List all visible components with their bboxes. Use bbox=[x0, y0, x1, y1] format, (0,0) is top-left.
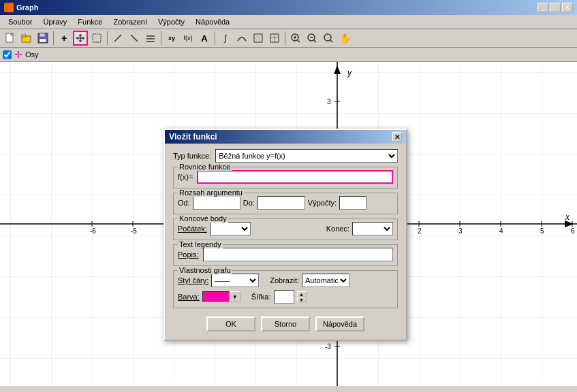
svg-line-35 bbox=[314, 40, 316, 42]
style-label: Styl čáry: bbox=[178, 276, 208, 284]
legend-section-label: Text legendy bbox=[178, 240, 223, 248]
dialog-title-text: Vložit funkci bbox=[169, 132, 217, 142]
range-row: Od: Do: Výpočty: bbox=[178, 196, 393, 210]
display-label: Zobrazit: bbox=[270, 276, 299, 284]
endpoints-row: Počátek: Konec: bbox=[178, 222, 393, 235]
fx-input[interactable] bbox=[197, 170, 393, 184]
zoom-box-button[interactable] bbox=[89, 31, 104, 46]
color-label: Barva: bbox=[178, 293, 200, 301]
equation-row: f(x)= bbox=[178, 170, 393, 184]
maximize-button[interactable]: □ bbox=[550, 3, 561, 12]
new-button[interactable] bbox=[3, 31, 18, 46]
integral-button[interactable]: ∫ bbox=[218, 31, 233, 46]
zoom-fit-button[interactable] bbox=[321, 31, 336, 46]
text-button[interactable]: A bbox=[197, 31, 212, 46]
draw-parallel-button[interactable] bbox=[143, 31, 158, 46]
svg-rect-3 bbox=[22, 35, 26, 37]
axes-checkbox[interactable] bbox=[3, 50, 12, 59]
draw-line2-button[interactable] bbox=[127, 31, 142, 46]
range-group: Rozsah argumentu Od: Do: Výpočty: bbox=[173, 193, 398, 214]
type-select[interactable]: Běžná funkce y=f(x) bbox=[215, 149, 398, 163]
width-down-button[interactable]: ▼ bbox=[297, 297, 307, 302]
color-dropdown-button[interactable]: ▼ bbox=[230, 291, 240, 302]
start-select[interactable] bbox=[210, 222, 251, 235]
svg-line-19 bbox=[131, 35, 138, 42]
svg-line-38 bbox=[330, 40, 332, 42]
type-label: Typ funkce: bbox=[173, 152, 211, 160]
legend-row: Popis: bbox=[178, 248, 393, 261]
window-controls: _ □ ✕ bbox=[537, 3, 573, 12]
app-icon bbox=[4, 3, 14, 12]
svg-line-31 bbox=[298, 40, 300, 42]
display-select[interactable]: Automatic bbox=[302, 274, 349, 287]
help-button[interactable]: Nápověda bbox=[315, 316, 364, 331]
color-swatch bbox=[202, 291, 230, 302]
draw-line-button[interactable] bbox=[110, 31, 125, 46]
desc-label: Popis: bbox=[178, 250, 199, 259]
width-input[interactable]: 11 bbox=[274, 290, 294, 304]
properties-section-label: Vlastnosti grafu bbox=[178, 266, 232, 274]
close-button[interactable]: ✕ bbox=[562, 3, 573, 12]
type-row: Typ funkce: Běžná funkce y=f(x) bbox=[173, 149, 398, 163]
legend-group: Text legendy Popis: bbox=[173, 244, 398, 266]
calc-label: Výpočty: bbox=[308, 199, 337, 207]
table-button[interactable] bbox=[267, 31, 282, 46]
dialog-buttons: OK Storno Nápověda bbox=[173, 312, 398, 334]
fx-label: f(x)= bbox=[178, 173, 193, 181]
minimize-button[interactable]: _ bbox=[537, 3, 548, 12]
style-select[interactable]: —— bbox=[211, 274, 259, 287]
equation-section-label: Rovnice funkce bbox=[178, 163, 232, 171]
ok-button[interactable]: OK bbox=[206, 316, 255, 331]
to-input[interactable] bbox=[258, 196, 305, 210]
save-button[interactable] bbox=[35, 31, 50, 46]
range-section-label: Rozsah argumentu bbox=[178, 189, 244, 197]
open-button[interactable] bbox=[19, 31, 34, 46]
menu-zobrazeni[interactable]: Zobrazení bbox=[108, 16, 153, 27]
desc-input[interactable] bbox=[203, 248, 393, 261]
menu-soubor[interactable]: Soubor bbox=[3, 16, 37, 27]
dialog-close-button[interactable]: ✕ bbox=[392, 132, 402, 142]
graph-area: -2 -3 -4 -5 -6 -1 1 2 3 4 5 6 1 2 3 -1 -… bbox=[0, 62, 577, 386]
menu-upravy[interactable]: Úpravy bbox=[37, 16, 72, 27]
dialog-vložit-funkci: Vložit funkci ✕ Typ funkce: Běžná funkce… bbox=[163, 129, 407, 341]
tangent-button[interactable] bbox=[234, 31, 249, 46]
width-label: Šířka: bbox=[251, 293, 271, 301]
menu-vypocty[interactable]: Výpočty bbox=[153, 16, 190, 27]
crosshair-button[interactable] bbox=[73, 31, 88, 46]
zoom-out-button[interactable] bbox=[305, 31, 319, 46]
end-select[interactable] bbox=[352, 222, 393, 235]
shade-button[interactable] bbox=[251, 31, 266, 46]
add-func-button[interactable]: + bbox=[57, 31, 72, 46]
separator-2 bbox=[107, 31, 108, 45]
dialog-body: Typ funkce: Běžná funkce y=f(x) Rovnice … bbox=[165, 144, 406, 340]
calc-input[interactable] bbox=[339, 196, 367, 210]
equation-group: Rovnice funkce f(x)= bbox=[173, 167, 398, 189]
start-label: Počátek: bbox=[178, 225, 207, 233]
fx-button[interactable]: f(x) bbox=[181, 31, 196, 46]
separator-3 bbox=[161, 31, 161, 45]
properties-group: Vlastnosti grafu Styl čáry: —— Zobrazit:… bbox=[173, 270, 398, 308]
menu-bar: Soubor Úpravy Funkce Zobrazení Výpočty N… bbox=[0, 15, 577, 29]
title-bar: Graph _ □ ✕ bbox=[0, 0, 577, 15]
width-up-button[interactable]: ▲ bbox=[297, 291, 307, 297]
axes-label-icon: ✛ bbox=[14, 49, 22, 60]
xy-button[interactable]: xy bbox=[164, 31, 179, 46]
toolbar: + xy f(x) A ∫ bbox=[0, 29, 577, 48]
svg-rect-6 bbox=[40, 39, 46, 42]
cancel-button[interactable]: Storno bbox=[261, 316, 310, 331]
hand-button[interactable]: ✋ bbox=[337, 31, 352, 46]
dialog-overlay: Vložit funkci ✕ Typ funkce: Běžná funkce… bbox=[0, 62, 577, 386]
separator-5 bbox=[285, 31, 285, 45]
menu-napoveda[interactable]: Nápověda bbox=[190, 16, 235, 27]
zoom-in-button[interactable] bbox=[288, 31, 303, 46]
svg-line-18 bbox=[114, 35, 121, 42]
svg-rect-17 bbox=[93, 34, 101, 42]
endpoints-section-label: Koncové body bbox=[178, 214, 228, 223]
from-input[interactable] bbox=[193, 196, 240, 210]
svg-rect-5 bbox=[40, 33, 45, 37]
menu-funkce[interactable]: Funkce bbox=[72, 16, 108, 27]
from-label: Od: bbox=[178, 199, 190, 207]
separator-4 bbox=[215, 31, 215, 45]
width-spinner[interactable]: ▲ ▼ bbox=[297, 291, 307, 302]
svg-point-37 bbox=[324, 34, 331, 41]
